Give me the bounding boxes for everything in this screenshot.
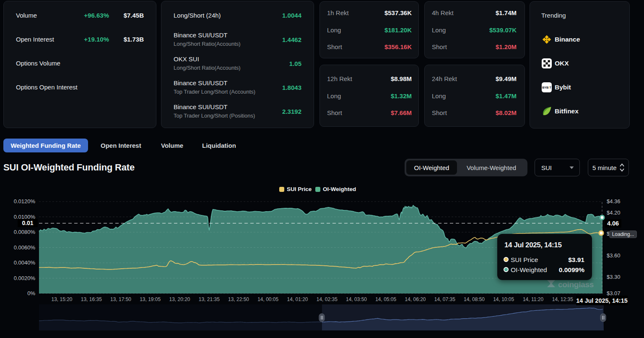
svg-text:coinglass: coinglass — [558, 280, 594, 289]
